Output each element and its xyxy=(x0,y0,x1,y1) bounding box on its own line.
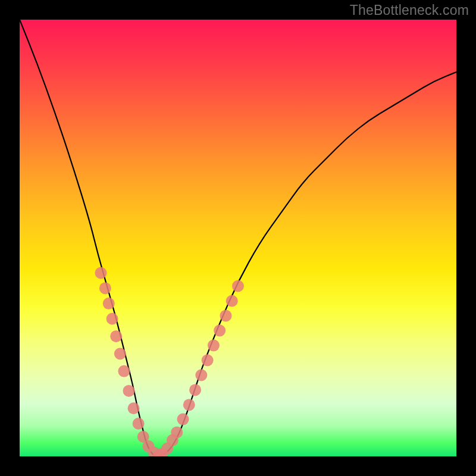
bottleneck-curve xyxy=(20,20,456,456)
watermark-label: TheBottleneck.com xyxy=(350,2,469,18)
bead-point xyxy=(107,313,118,325)
bead-point xyxy=(123,385,135,397)
bead-point xyxy=(214,325,226,337)
bead-point xyxy=(103,298,115,309)
bead-point xyxy=(189,384,201,396)
bead-point xyxy=(195,369,207,381)
bead-point xyxy=(220,310,231,322)
chart-frame: TheBottleneck.com xyxy=(0,0,476,476)
plot-area xyxy=(20,20,456,456)
bead-point xyxy=(226,295,238,307)
bead-point xyxy=(95,267,107,279)
bead-point xyxy=(202,355,214,367)
bead-point xyxy=(118,365,130,377)
bead-point xyxy=(99,282,111,294)
bead-point xyxy=(114,348,126,360)
bead-point xyxy=(128,402,140,414)
bead-point xyxy=(110,330,122,342)
curve-svg xyxy=(20,20,456,456)
bead-point xyxy=(171,427,183,439)
bead-point xyxy=(208,340,220,352)
bead-point xyxy=(133,418,145,430)
bead-point xyxy=(183,399,195,411)
bead-group-left xyxy=(95,267,165,456)
bead-group-right xyxy=(156,280,244,456)
bead-point xyxy=(177,414,189,425)
bead-point xyxy=(232,280,244,292)
